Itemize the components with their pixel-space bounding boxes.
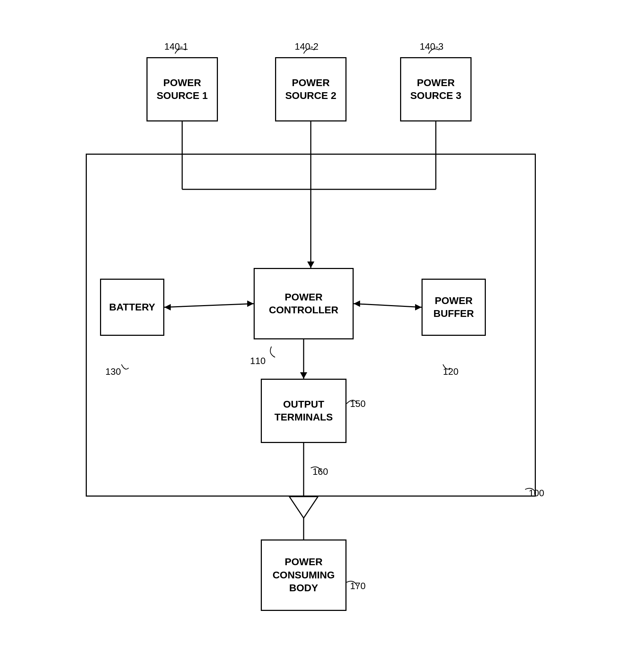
svg-marker-15 [289,497,318,518]
power-source-1-label: POWER SOURCE 1 [148,76,217,103]
ref-140-3: 140-3 [420,41,444,52]
power-buffer-label: POWERBUFFER [433,294,474,320]
output-terminals-label: OUTPUTTERMINALS [274,398,333,424]
power-source-1-box: POWER SOURCE 1 [146,57,218,121]
power-consuming-body-box: POWERCONSUMINGBODY [261,539,347,611]
power-controller-box: POWERCONTROLLER [254,268,354,339]
power-source-2-box: POWERSOURCE 2 [275,57,347,121]
battery-box: BATTERY [100,279,164,336]
ref-140-2: 140-2 [295,41,319,52]
power-consuming-body-label: POWERCONSUMINGBODY [273,556,335,594]
power-source-3-box: POWERSOURCE 3 [400,57,472,121]
power-controller-label: POWERCONTROLLER [269,291,338,317]
output-terminals-box: OUTPUTTERMINALS [261,379,347,443]
diagram-container: POWER SOURCE 1 POWERSOURCE 2 POWERSOURCE… [64,18,579,654]
power-source-3-label: POWERSOURCE 3 [410,76,461,103]
battery-label: BATTERY [109,301,155,314]
ref-170: 170 [350,581,365,592]
ref-140-1: 140-1 [164,41,188,52]
power-source-2-label: POWERSOURCE 2 [285,76,336,103]
power-buffer-box: POWERBUFFER [422,279,486,336]
